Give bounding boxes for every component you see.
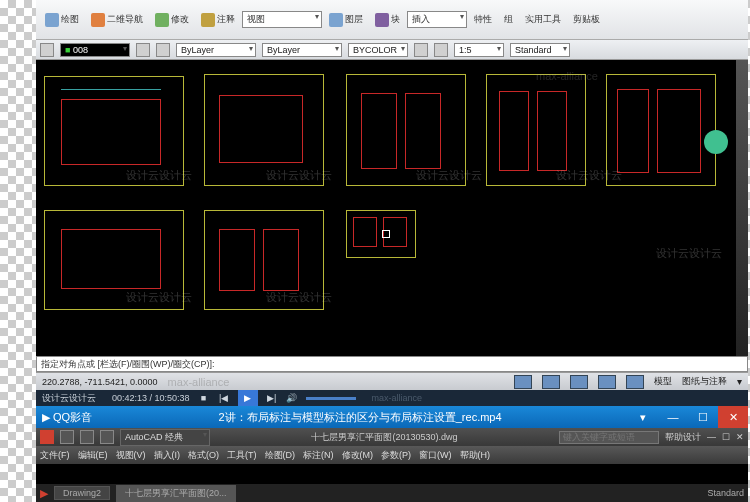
second-maximize[interactable]: ☐ <box>722 432 730 442</box>
scale-dropdown[interactable]: 1:5 <box>454 43 504 57</box>
qq-app-name: QQ影音 <box>53 410 92 425</box>
ribbon-block[interactable]: 块 <box>370 10 405 30</box>
qat-save-icon[interactable] <box>100 430 114 444</box>
linetype-dropdown[interactable]: ByLayer <box>176 43 256 57</box>
player-watermark: 设计云设计云 <box>42 392 96 405</box>
menu-view[interactable]: 视图(V) <box>116 449 146 462</box>
properties-toolbar: ■ 008 ByLayer ByLayer BYCOLOR 1:5 Standa… <box>36 40 748 60</box>
toolbar-icon-3[interactable] <box>414 43 428 57</box>
autocad-app-icon[interactable] <box>40 430 54 444</box>
crosshair-cursor <box>382 230 390 238</box>
toolbar-icon-2[interactable] <box>156 43 170 57</box>
coords-readout: 220.2788, -711.5421, 0.0000 <box>42 377 158 387</box>
polar-toggle[interactable] <box>598 375 616 389</box>
second-doc-tabs: ▶ Drawing2 十七层男享汇平面图(20... Standard <box>36 484 748 502</box>
layer-icon[interactable] <box>40 43 54 57</box>
player-bar: 设计云设计云 00:42:13 / 10:50:38 ■ |◀ ▶ ▶| 🔊 m… <box>36 390 748 406</box>
ribbon-props[interactable]: 特性 <box>469 10 497 29</box>
qq-app-icon: ▶ <box>42 411 50 424</box>
menu-edit[interactable]: 编辑(E) <box>78 449 108 462</box>
command-line[interactable]: 指定对角点或 [栏选(F)/圈围(WP)/圈交(CP)]: <box>36 356 748 372</box>
ribbon-nav2d[interactable]: 二维导航 <box>86 10 148 30</box>
volume-slider[interactable] <box>306 397 356 400</box>
tab-start-icon[interactable]: ▶ <box>40 487 48 500</box>
ribbon-group[interactable]: 组 <box>499 10 518 29</box>
menu-draw[interactable]: 绘图(D) <box>265 449 296 462</box>
toolbar-icon-1[interactable] <box>136 43 150 57</box>
doc-tab-2[interactable]: 十七层男享汇平面图(20... <box>116 485 236 502</box>
watermark-alliance: max-alliance <box>168 376 230 388</box>
ribbon-view-dropdown[interactable]: 视图 <box>242 11 322 28</box>
help-search-input[interactable] <box>559 431 659 444</box>
close-button[interactable]: ✕ <box>718 406 748 428</box>
menu-insert[interactable]: 插入(I) <box>154 449 181 462</box>
second-menubar: 文件(F) 编辑(E) 视图(V) 插入(I) 格式(O) 工具(T) 绘图(D… <box>36 446 748 464</box>
second-cad-window: AutoCAD 经典 十七层男享汇平面图(20130530).dwg 帮助设计 … <box>36 428 748 502</box>
toolbar-icon-4[interactable] <box>434 43 448 57</box>
menu-button[interactable]: ▾ <box>628 406 658 428</box>
minimize-button[interactable]: — <box>658 406 688 428</box>
menu-format[interactable]: 格式(O) <box>188 449 219 462</box>
ortho-toggle[interactable] <box>570 375 588 389</box>
ribbon-insert-dropdown[interactable]: 插入 <box>407 11 467 28</box>
maximize-button[interactable]: ☐ <box>688 406 718 428</box>
ribbon-clip[interactable]: 剪贴板 <box>568 10 605 29</box>
video-title: 2讲：布局标注与模型标注的区分与布局标注设置_rec.mp4 <box>219 410 502 425</box>
ribbon-annotate[interactable]: 注释 <box>196 10 240 30</box>
player-watermark-2: max-alliance <box>372 393 423 403</box>
watermark: 设计云设计云 <box>656 246 722 261</box>
help-label[interactable]: 帮助设计 <box>665 431 701 444</box>
model-space-label[interactable]: 模型 <box>654 375 672 388</box>
workspace-dropdown[interactable]: AutoCAD 经典 <box>120 429 210 446</box>
time-readout: 00:42:13 / 10:50:38 <box>112 393 190 403</box>
menu-file[interactable]: 文件(F) <box>40 449 70 462</box>
second-status-style: Standard <box>707 488 744 498</box>
volume-button[interactable]: 🔊 <box>286 392 298 404</box>
color-dropdown[interactable]: BYCOLOR <box>348 43 408 57</box>
style-dropdown[interactable]: Standard <box>510 43 570 57</box>
menu-help[interactable]: 帮助(H) <box>460 449 491 462</box>
drawing-canvas[interactable]: 设计云设计云 设计云设计云 设计云设计云 设计云设计云 设计云设计云 设计云设计… <box>36 60 748 356</box>
lineweight-dropdown[interactable]: ByLayer <box>262 43 342 57</box>
second-close[interactable]: ✕ <box>736 432 744 442</box>
anno-scale-label[interactable]: 图纸与注释 <box>682 375 727 388</box>
qq-titlebar: ▶ QQ影音 2讲：布局标注与模型标注的区分与布局标注设置_rec.mp4 ▾ … <box>36 406 748 428</box>
second-filename: 十七层男享汇平面图(20130530).dwg <box>216 431 553 444</box>
menu-tools[interactable]: 工具(T) <box>227 449 257 462</box>
second-minimize[interactable]: — <box>707 432 716 442</box>
play-button[interactable]: ▶ <box>238 390 258 406</box>
osnap-toggle[interactable] <box>626 375 644 389</box>
command-history: 指定对角点或 [栏选(F)/圈围(WP)/圈交(CP)]: <box>41 358 214 371</box>
ribbon-toolbar: 绘图 二维导航 修改 注释 视图 图层 块 插入 特性 组 实用工具 剪贴板 <box>36 0 748 40</box>
qat-open-icon[interactable] <box>80 430 94 444</box>
stop-button[interactable]: ■ <box>198 392 210 404</box>
ribbon-util[interactable]: 实用工具 <box>520 10 566 29</box>
prev-button[interactable]: |◀ <box>218 392 230 404</box>
view-cube[interactable] <box>704 130 728 154</box>
grid-toggle[interactable] <box>542 375 560 389</box>
doc-tab-1[interactable]: Drawing2 <box>54 486 110 500</box>
layer-dropdown[interactable]: ■ 008 <box>60 43 130 57</box>
status-bar: 220.2788, -711.5421, 0.0000 max-alliance… <box>36 372 748 390</box>
menu-param[interactable]: 参数(P) <box>381 449 411 462</box>
menu-window[interactable]: 窗口(W) <box>419 449 452 462</box>
next-button[interactable]: ▶| <box>266 392 278 404</box>
ribbon-modify[interactable]: 修改 <box>150 10 194 30</box>
qat-new-icon[interactable] <box>60 430 74 444</box>
menu-dimension[interactable]: 标注(N) <box>303 449 334 462</box>
snap-toggle[interactable] <box>514 375 532 389</box>
menu-modify[interactable]: 修改(M) <box>342 449 374 462</box>
ribbon-draw[interactable]: 绘图 <box>40 10 84 30</box>
ribbon-layer[interactable]: 图层 <box>324 10 368 30</box>
